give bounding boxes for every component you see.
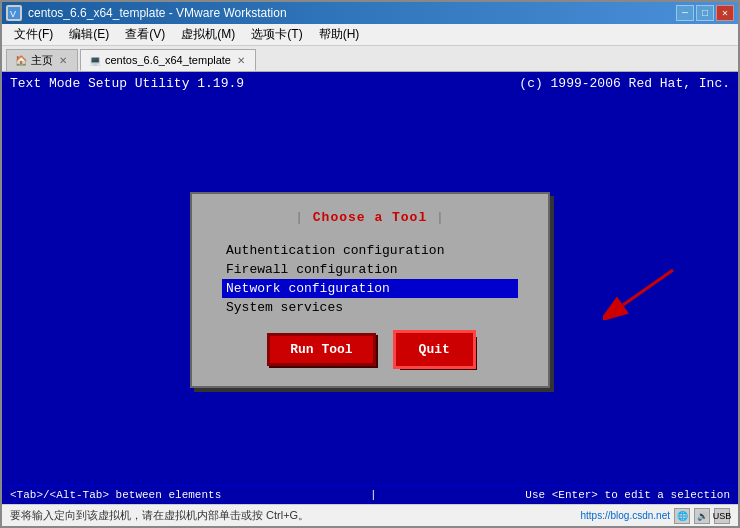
tab-vm-label: centos_6.6_x64_template bbox=[105, 54, 231, 66]
quit-button[interactable]: Quit bbox=[396, 333, 473, 366]
tab-bar: 🏠 主页 ✕ 💻 centos_6.6_x64_template ✕ bbox=[2, 46, 738, 72]
dialog-buttons: Run Tool Quit bbox=[212, 333, 528, 366]
audio-status-icon: 🔊 bbox=[694, 508, 710, 524]
status-link[interactable]: https://blog.csdn.net bbox=[580, 510, 670, 521]
network-status-icon: 🌐 bbox=[674, 508, 690, 524]
vm-bottom-separator: | bbox=[370, 489, 377, 501]
run-tool-button[interactable]: Run Tool bbox=[267, 333, 375, 366]
menu-item-network[interactable]: Network configuration bbox=[222, 279, 518, 298]
menu-vm[interactable]: 虚拟机(M) bbox=[173, 24, 243, 45]
usb-status-icon: USB bbox=[714, 508, 730, 524]
vm-main: Choose a Tool Authentication configurati… bbox=[2, 95, 738, 485]
status-bar: 要将输入定向到该虚拟机，请在虚拟机内部单击或按 Ctrl+G。 https://… bbox=[2, 504, 738, 526]
dialog-title: Choose a Tool bbox=[212, 210, 528, 225]
menu-tabs[interactable]: 选项卡(T) bbox=[243, 24, 310, 45]
vm-bottom-right: Use <Enter> to edit a selection bbox=[525, 489, 730, 501]
close-button[interactable]: ✕ bbox=[716, 5, 734, 21]
menu-item-services[interactable]: System services bbox=[222, 298, 518, 317]
vmware-icon: V bbox=[6, 5, 22, 21]
home-icon: 🏠 bbox=[15, 55, 27, 66]
tab-home-close[interactable]: ✕ bbox=[57, 55, 69, 67]
tab-vm-close[interactable]: ✕ bbox=[235, 54, 247, 66]
red-arrow-annotation bbox=[603, 260, 683, 320]
menu-file[interactable]: 文件(F) bbox=[6, 24, 61, 45]
vm-bottom-left: <Tab>/<Alt-Tab> between elements bbox=[10, 489, 221, 501]
menu-view[interactable]: 查看(V) bbox=[117, 24, 173, 45]
window-title: centos_6.6_x64_template - VMware Worksta… bbox=[28, 6, 287, 20]
svg-text:V: V bbox=[10, 9, 16, 19]
tab-home[interactable]: 🏠 主页 ✕ bbox=[6, 49, 78, 71]
vm-top-left: Text Mode Setup Utility 1.19.9 bbox=[10, 76, 244, 91]
svg-line-3 bbox=[623, 270, 673, 305]
menu-edit[interactable]: 编辑(E) bbox=[61, 24, 117, 45]
window-frame: V centos_6.6_x64_template - VMware Works… bbox=[0, 0, 740, 528]
menu-bar: 文件(F) 编辑(E) 查看(V) 虚拟机(M) 选项卡(T) 帮助(H) bbox=[2, 24, 738, 46]
vm-screen[interactable]: Text Mode Setup Utility 1.19.9 (c) 1999-… bbox=[2, 72, 738, 504]
menu-help[interactable]: 帮助(H) bbox=[311, 24, 368, 45]
tab-vm[interactable]: 💻 centos_6.6_x64_template ✕ bbox=[80, 49, 256, 71]
title-bar-left: V centos_6.6_x64_template - VMware Works… bbox=[6, 5, 287, 21]
minimize-button[interactable]: ─ bbox=[676, 5, 694, 21]
vm-bottom-bar: <Tab>/<Alt-Tab> between elements | Use <… bbox=[2, 485, 738, 504]
dialog-menu-list: Authentication configuration Firewall co… bbox=[212, 241, 528, 317]
maximize-button[interactable]: □ bbox=[696, 5, 714, 21]
menu-item-firewall[interactable]: Firewall configuration bbox=[222, 260, 518, 279]
status-right: https://blog.csdn.net 🌐 🔊 USB bbox=[580, 508, 730, 524]
vm-tab-icon: 💻 bbox=[89, 55, 101, 66]
dialog-box: Choose a Tool Authentication configurati… bbox=[190, 192, 550, 388]
tab-home-label: 主页 bbox=[31, 53, 53, 68]
vm-top-right: (c) 1999-2006 Red Hat, Inc. bbox=[519, 76, 730, 91]
menu-item-auth[interactable]: Authentication configuration bbox=[222, 241, 518, 260]
title-bar-controls: ─ □ ✕ bbox=[676, 5, 734, 21]
title-bar: V centos_6.6_x64_template - VMware Works… bbox=[2, 2, 738, 24]
status-text: 要将输入定向到该虚拟机，请在虚拟机内部单击或按 Ctrl+G。 bbox=[10, 508, 309, 523]
vm-top-bar: Text Mode Setup Utility 1.19.9 (c) 1999-… bbox=[2, 72, 738, 95]
